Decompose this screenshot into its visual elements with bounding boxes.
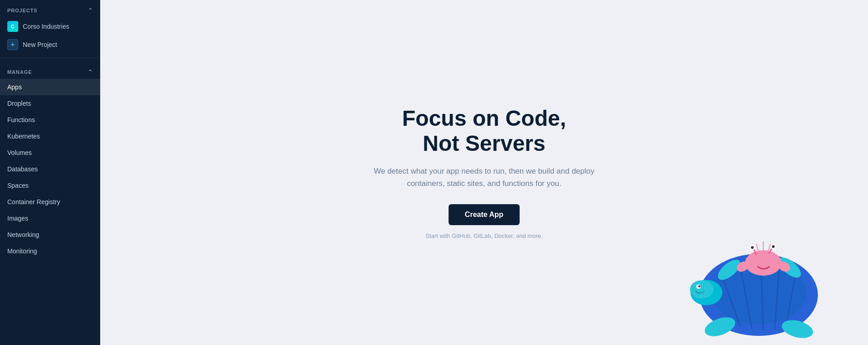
turtle-svg [668,227,841,345]
sidebar-item-networking[interactable]: Networking [0,227,100,243]
sidebar-item-volumes-label: Volumes [7,149,32,156]
sidebar-item-volumes[interactable]: Volumes [0,144,100,161]
manage-chevron-icon[interactable]: ⌃ [88,69,93,75]
project-corso-industries[interactable]: C Corso Industries [0,17,100,36]
svg-point-16 [745,250,781,276]
sidebar-item-spaces[interactable]: Spaces [0,177,100,194]
hero-hint: Start with GitHub, GitLab, Docker, and m… [425,232,542,239]
sidebar-item-functions[interactable]: Functions [0,112,100,128]
project-name: Corso Industries [23,23,69,30]
sidebar-item-droplets-label: Droplets [7,100,31,107]
hero-title-line1: Focus on Code, [402,106,566,130]
new-project-label: New Project [23,41,57,48]
projects-label: PROJECTS [7,8,37,13]
sidebar-item-images-label: Images [7,215,28,222]
sidebar-item-container-registry[interactable]: Container Registry [0,194,100,210]
sidebar-item-kubernetes[interactable]: Kubernetes [0,128,100,144]
sidebar-item-kubernetes-label: Kubernetes [7,133,40,140]
new-project-icon: + [7,39,18,50]
svg-point-22 [772,245,775,248]
new-project-item[interactable]: + New Project [0,36,100,54]
hero-subtitle: We detect what your app needs to run, th… [366,165,602,190]
sidebar-item-networking-label: Networking [7,231,39,238]
sidebar-item-databases-label: Databases [7,165,38,173]
create-app-button[interactable]: Create App [449,204,520,225]
projects-chevron-icon[interactable]: ⌃ [88,7,93,14]
manage-section-header: MANAGE ⌃ [0,62,100,79]
sidebar-item-monitoring-label: Monitoring [7,247,37,255]
manage-label: MANAGE [7,69,32,75]
sidebar-item-databases[interactable]: Databases [0,161,100,177]
projects-section-header: PROJECTS ⌃ [0,0,100,17]
project-avatar: C [7,21,18,32]
hero-title: Focus on Code, Not Servers [402,106,566,156]
sidebar-item-apps-label: Apps [7,83,22,91]
svg-point-19 [751,246,754,249]
sidebar-divider-1 [0,57,100,58]
turtle-illustration [668,227,841,345]
sidebar-item-functions-label: Functions [7,116,35,124]
sidebar-item-apps[interactable]: Apps [0,79,100,95]
sidebar-item-container-registry-label: Container Registry [7,198,60,206]
sidebar-item-droplets[interactable]: Droplets [0,95,100,112]
svg-point-10 [699,285,701,288]
hero-title-line2: Not Servers [423,131,545,155]
sidebar-item-images[interactable]: Images [0,210,100,227]
svg-point-8 [690,280,714,299]
sidebar-item-monitoring[interactable]: Monitoring [0,243,100,259]
svg-point-11 [700,285,700,286]
sidebar-item-spaces-label: Spaces [7,182,29,189]
main-content: Focus on Code, Not Servers We detect wha… [100,0,868,345]
sidebar: PROJECTS ⌃ C Corso Industries + New Proj… [0,0,100,345]
